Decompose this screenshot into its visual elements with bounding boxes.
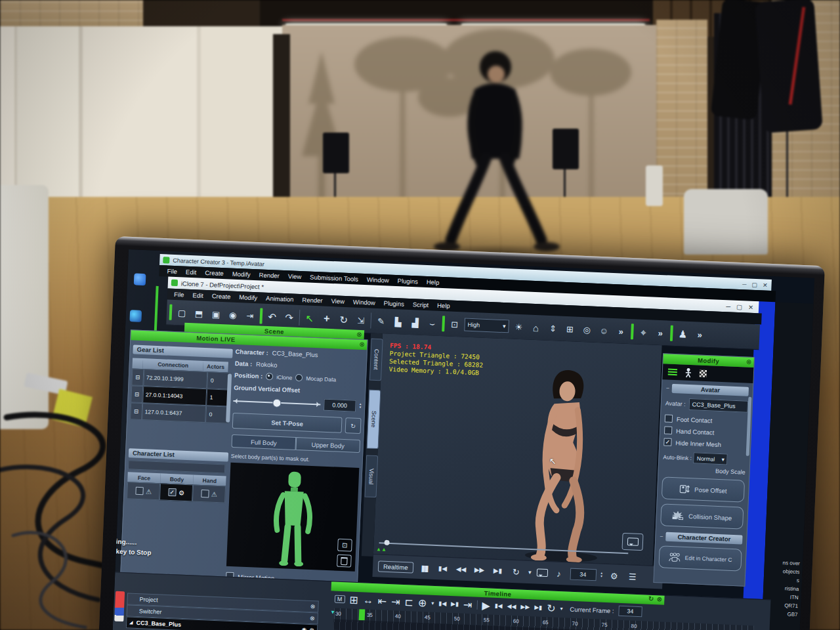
cc3-maximize-button[interactable]: ▢ bbox=[751, 281, 757, 287]
viewport-comment-button[interactable] bbox=[621, 533, 643, 551]
save-project-button[interactable]: ▣ bbox=[209, 310, 224, 319]
open-project-button[interactable]: ⬒ bbox=[192, 309, 207, 318]
cc3-menu-item[interactable]: Modify bbox=[232, 270, 251, 278]
tab-visual[interactable]: Visual bbox=[365, 455, 379, 497]
align-button[interactable]: ▟ bbox=[408, 318, 423, 327]
collision-shape-button[interactable]: Collision Shape bbox=[660, 503, 744, 529]
fit-view-button[interactable]: ⇕ bbox=[545, 324, 560, 333]
track-mute-icon[interactable]: ⊗ bbox=[309, 627, 314, 630]
pose-offset-button[interactable]: Pose Offset bbox=[662, 476, 745, 502]
loop-mode-button[interactable]: ↻ bbox=[509, 567, 524, 576]
tl-go-end-button[interactable]: ▶▮ bbox=[534, 604, 542, 610]
move-tool-button[interactable]: + bbox=[320, 313, 335, 324]
full-body-tab[interactable]: Full Body bbox=[231, 434, 296, 450]
texture-tab-icon[interactable] bbox=[700, 369, 707, 377]
cc3-menu-item[interactable]: Edit bbox=[186, 268, 197, 276]
face-key-button[interactable]: ☺ bbox=[597, 326, 612, 335]
iclone-menu-item[interactable]: Help bbox=[437, 302, 450, 310]
tpose-reset-button[interactable]: ↻ bbox=[345, 417, 362, 434]
iclone-menu-item[interactable]: Plugins bbox=[384, 299, 405, 307]
clip-cut-button[interactable]: ⊏ bbox=[404, 596, 413, 609]
iclone-menu-item[interactable]: File bbox=[174, 291, 184, 299]
playhead-block[interactable] bbox=[359, 609, 366, 620]
body-enable-checkbox[interactable]: ✓ bbox=[168, 488, 176, 496]
iclone-menu-item[interactable]: Window bbox=[353, 298, 375, 306]
mask-mannequin-figure[interactable] bbox=[267, 469, 318, 567]
close-icon[interactable]: ⊗ bbox=[356, 331, 362, 338]
align-right-key-button[interactable]: ▶▮ bbox=[451, 600, 459, 607]
add-track-button[interactable]: ⊞ bbox=[349, 593, 358, 606]
cc3-menu-item[interactable]: File bbox=[167, 267, 177, 275]
fast-forward-button[interactable]: ▶▶ bbox=[472, 566, 486, 574]
skip-frames-button[interactable]: ⇤ bbox=[377, 595, 387, 608]
cc3-menu-item[interactable]: Plugins bbox=[397, 277, 418, 285]
audio-button[interactable]: ♪ bbox=[551, 569, 566, 578]
rotate-tool-button[interactable]: ↻ bbox=[337, 314, 352, 325]
desktop-icon[interactable] bbox=[134, 273, 146, 285]
link-tool-button[interactable]: ✎ bbox=[374, 316, 389, 326]
taskbar-app-icon[interactable] bbox=[114, 591, 125, 622]
iclone-menu-item[interactable]: Animation bbox=[266, 295, 294, 303]
face-enable-checkbox[interactable] bbox=[135, 487, 143, 495]
row-collapse-button[interactable]: ⊟ bbox=[131, 368, 144, 386]
table-row[interactable]: ⊟ 127.0.0.1:6437 0 bbox=[130, 402, 230, 423]
character-scale-button[interactable]: ♟ bbox=[675, 329, 690, 339]
cc3-close-button[interactable]: ✕ bbox=[763, 282, 768, 288]
loop-dropdown-caret[interactable]: ▾ bbox=[527, 569, 532, 575]
timeline-refresh-icon[interactable]: ↻ bbox=[648, 595, 654, 602]
hand-enable-checkbox[interactable] bbox=[201, 490, 209, 497]
mocap-data-radio[interactable] bbox=[295, 374, 303, 381]
realtime-button[interactable]: Realtime bbox=[378, 560, 413, 573]
export-range-button[interactable]: ⇥ bbox=[463, 598, 472, 611]
more-tools-chevron[interactable]: » bbox=[692, 330, 707, 339]
avatar-name-field[interactable]: CC3_Base_Plus bbox=[688, 398, 748, 413]
home-view-button[interactable]: ⌂ bbox=[528, 322, 543, 333]
track-expand-icon[interactable]: ◢ bbox=[129, 620, 133, 625]
iclone-radio[interactable] bbox=[266, 373, 273, 380]
more-tools-chevron[interactable]: » bbox=[614, 327, 629, 336]
set-tpose-button[interactable]: Set T-Pose bbox=[232, 413, 343, 433]
mask-select-button[interactable]: ⊡ bbox=[337, 539, 352, 552]
tl-play-button[interactable]: ▶ bbox=[482, 599, 490, 612]
iclone-menu-item[interactable]: Modify bbox=[239, 293, 257, 301]
slider-knob[interactable] bbox=[272, 398, 282, 408]
ground-offset-input[interactable]: 0.000 bbox=[324, 399, 356, 412]
focus-button[interactable]: ◎ bbox=[579, 325, 595, 334]
foot-contact-checkbox[interactable] bbox=[665, 414, 673, 422]
track-loop-icon[interactable]: ◉ bbox=[301, 627, 306, 630]
track-mute-icon[interactable]: ⊗ bbox=[310, 603, 316, 610]
tl-loop-button[interactable]: ↻ bbox=[547, 602, 556, 615]
go-to-start-button[interactable]: ▮◀ bbox=[435, 565, 450, 572]
camera-boom-button[interactable]: ⌖ bbox=[636, 327, 651, 337]
mask-clear-button[interactable] bbox=[337, 555, 352, 568]
current-frame-input[interactable]: 34 bbox=[618, 606, 642, 617]
iclone-close-button[interactable]: ✕ bbox=[748, 303, 753, 310]
tl-go-start-button[interactable]: ▮◀ bbox=[495, 602, 503, 609]
character-creator-section-header[interactable]: Character Creator bbox=[665, 532, 742, 545]
cc3-menu-item[interactable]: View bbox=[288, 272, 302, 280]
quality-dropdown[interactable]: High ▾ bbox=[464, 318, 509, 333]
hand-contact-checkbox[interactable] bbox=[664, 426, 672, 434]
collapse-icon[interactable]: − bbox=[666, 385, 670, 391]
go-to-end-button[interactable]: ▶▮ bbox=[490, 568, 505, 575]
motion-track-button[interactable]: M bbox=[335, 595, 345, 604]
iclone-maximize-button[interactable]: ▢ bbox=[736, 303, 742, 310]
align-button[interactable]: ▙ bbox=[390, 317, 406, 326]
iclone-menu-item[interactable]: Script bbox=[413, 301, 429, 308]
close-icon[interactable]: ⊗ bbox=[656, 595, 662, 602]
iclone-minimize-button[interactable]: ─ bbox=[726, 303, 730, 310]
caption-icon[interactable] bbox=[536, 568, 547, 577]
cc3-menu-item[interactable]: Help bbox=[427, 278, 440, 286]
undo-button[interactable]: ↶ bbox=[265, 311, 280, 322]
tl-forward-button[interactable]: ▶▶ bbox=[520, 604, 530, 611]
zoom-region-button[interactable]: ⊕ bbox=[418, 596, 427, 609]
cc3-menu-item[interactable]: Create bbox=[205, 269, 224, 277]
cc3-menu-item[interactable]: Submission Tools bbox=[310, 274, 358, 283]
upper-body-tab[interactable]: Upper Body bbox=[295, 437, 360, 453]
hide-inner-mesh-checkbox[interactable]: ✓ bbox=[663, 438, 671, 446]
rewind-button[interactable]: ◀◀ bbox=[453, 566, 468, 573]
zoom-caret[interactable]: ▾ bbox=[431, 600, 434, 606]
mask-preview-viewport[interactable]: ⊡ bbox=[226, 463, 359, 572]
scrubber-knob[interactable] bbox=[384, 540, 389, 545]
tab-content[interactable]: Content bbox=[369, 339, 383, 381]
